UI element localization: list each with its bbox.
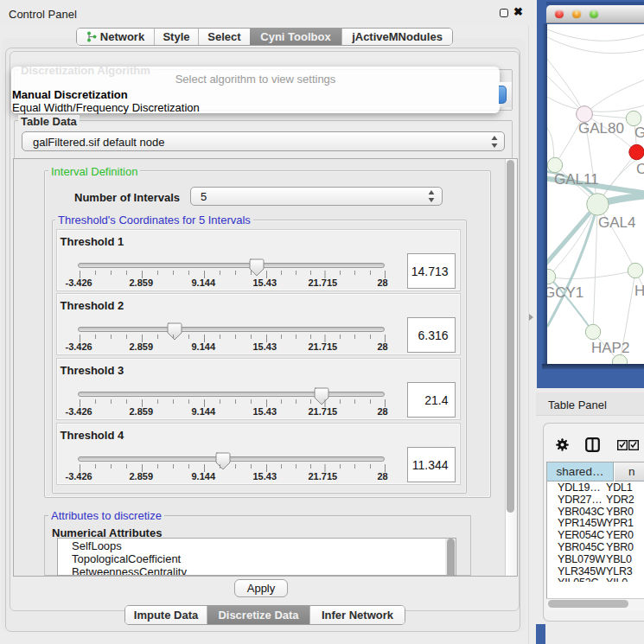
svg-text:H: H xyxy=(634,283,644,299)
svg-text:GCY1: GCY1 xyxy=(547,284,583,301)
svg-text:GAL80: GAL80 xyxy=(578,120,624,137)
svg-text:GA: GA xyxy=(634,124,644,141)
svg-text:GAL4: GAL4 xyxy=(598,214,635,231)
svg-text:HAP2: HAP2 xyxy=(591,340,629,356)
svg-text:GAL11: GAL11 xyxy=(554,171,599,188)
svg-text:C: C xyxy=(636,161,644,177)
